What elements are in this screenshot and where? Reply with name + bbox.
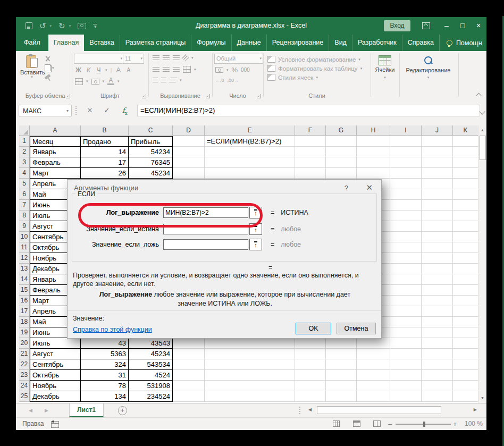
vertical-scrollbar[interactable]: ▲ ▼ bbox=[478, 125, 486, 403]
scroll-down-icon[interactable]: ▼ bbox=[478, 394, 486, 402]
cell-H20[interactable] bbox=[357, 338, 390, 349]
cell-J18[interactable] bbox=[422, 317, 453, 327]
underline-button[interactable]: Ч bbox=[95, 66, 102, 74]
cell-J13[interactable] bbox=[422, 264, 453, 274]
row-header-13[interactable]: 13 bbox=[19, 264, 30, 274]
cell-J3[interactable] bbox=[422, 157, 453, 168]
assistant-tab[interactable]: Помощн bbox=[440, 35, 486, 51]
col-header-B[interactable]: B bbox=[81, 125, 129, 136]
cell-H1[interactable] bbox=[357, 136, 390, 147]
number-dialog-launcher-icon[interactable] bbox=[257, 94, 261, 98]
number-format-combo[interactable]: Общий▾ bbox=[214, 54, 263, 64]
expand-formula-bar-icon[interactable] bbox=[479, 108, 485, 114]
cell-K16[interactable] bbox=[453, 296, 478, 306]
cancel-formula-button[interactable]: ✕ bbox=[84, 105, 96, 116]
cell-A4[interactable]: Март bbox=[30, 168, 81, 179]
col-header-E[interactable]: E bbox=[205, 125, 295, 136]
cell-I11[interactable] bbox=[390, 242, 422, 253]
borders-icon[interactable] bbox=[75, 78, 83, 85]
row-header-5[interactable]: 5 bbox=[19, 179, 30, 189]
cell-F23[interactable] bbox=[295, 370, 326, 381]
zoom-out-button[interactable]: – bbox=[388, 418, 392, 430]
cell-I5[interactable] bbox=[390, 179, 422, 189]
cell-A21[interactable]: Август bbox=[30, 349, 81, 359]
cell-K4[interactable] bbox=[453, 168, 478, 179]
cell-J21[interactable] bbox=[422, 349, 453, 359]
vertical-scrollbar-thumb[interactable] bbox=[480, 136, 486, 160]
cell-F2[interactable] bbox=[295, 147, 326, 157]
cell-B25[interactable]: 134 bbox=[81, 391, 129, 402]
percent-style-button[interactable]: % bbox=[232, 66, 238, 74]
name-box[interactable]: МАКС▾ bbox=[19, 105, 72, 116]
cell-B22[interactable]: 324 bbox=[81, 359, 129, 370]
cell-I17[interactable] bbox=[390, 306, 422, 317]
cell-J15[interactable] bbox=[422, 285, 453, 296]
scroll-left-icon[interactable]: ◀ bbox=[308, 405, 312, 415]
function-help-link[interactable]: Справка по этой функции bbox=[73, 326, 152, 333]
cell-E22[interactable] bbox=[205, 359, 295, 370]
cell-B24[interactable]: 78 bbox=[81, 381, 129, 391]
cell-K24[interactable] bbox=[453, 381, 478, 391]
cell-E3[interactable] bbox=[205, 157, 295, 168]
zoom-level[interactable]: 100 % bbox=[465, 418, 483, 430]
row-header-12[interactable]: 12 bbox=[19, 253, 30, 264]
enter-formula-button[interactable]: ✓ bbox=[101, 105, 113, 116]
ribbon-display-options-icon[interactable] bbox=[422, 22, 430, 29]
cell-I15[interactable] bbox=[390, 285, 422, 296]
collapse-ribbon-icon[interactable] bbox=[477, 92, 481, 96]
cell-K20[interactable] bbox=[453, 338, 478, 349]
cell-K18[interactable] bbox=[453, 317, 478, 327]
cell-J12[interactable] bbox=[422, 253, 453, 264]
cell-C2[interactable]: 54234 bbox=[129, 147, 173, 157]
styles-item-1[interactable]: Условное форматирование▾ bbox=[267, 55, 362, 64]
arg-input-if-false[interactable] bbox=[163, 239, 248, 250]
row-header-2[interactable]: 2 bbox=[19, 147, 30, 157]
cell-D23[interactable] bbox=[173, 370, 205, 381]
cell-C4[interactable]: 45234 bbox=[129, 168, 173, 179]
row-header-3[interactable]: 3 bbox=[19, 157, 30, 168]
col-header-F[interactable]: F bbox=[295, 125, 326, 136]
cut-button[interactable] bbox=[45, 54, 66, 63]
align-right-icon[interactable] bbox=[173, 67, 180, 72]
cell-J5[interactable] bbox=[422, 179, 453, 189]
font-name-combo[interactable]: ▾ bbox=[74, 54, 124, 64]
ribbon-tab-6[interactable]: Данные bbox=[232, 35, 267, 51]
cell-K21[interactable] bbox=[453, 349, 478, 359]
cell-K12[interactable] bbox=[453, 253, 478, 264]
cell-F22[interactable] bbox=[295, 359, 326, 370]
close-button[interactable]: × bbox=[471, 17, 486, 35]
cell-A3[interactable]: Февраль bbox=[30, 157, 81, 168]
cell-I25[interactable] bbox=[390, 391, 422, 402]
align-bottom-icon[interactable] bbox=[173, 55, 180, 60]
zoom-in-button[interactable]: + bbox=[453, 418, 457, 430]
cell-J25[interactable] bbox=[422, 391, 453, 402]
cells-button[interactable]: Ячейки ▾ bbox=[372, 55, 398, 79]
cell-F20[interactable] bbox=[295, 338, 326, 349]
alignment-dialog-launcher-icon[interactable] bbox=[206, 94, 210, 98]
cell-C22[interactable]: 543534 bbox=[129, 359, 173, 370]
cell-I7[interactable] bbox=[390, 200, 422, 211]
row-header-21[interactable]: 21 bbox=[19, 349, 30, 359]
add-sheet-button[interactable]: + bbox=[118, 406, 127, 415]
cell-K8[interactable] bbox=[453, 211, 478, 221]
row-header-14[interactable]: 14 bbox=[19, 274, 30, 285]
cell-E24[interactable] bbox=[205, 381, 295, 391]
decrease-indent-icon[interactable] bbox=[153, 78, 158, 82]
zoom-slider-thumb[interactable] bbox=[423, 422, 425, 427]
align-center-icon[interactable] bbox=[163, 67, 170, 72]
cell-F25[interactable] bbox=[295, 391, 326, 402]
accounting-format-icon[interactable] bbox=[215, 67, 223, 73]
merge-center-icon[interactable] bbox=[183, 66, 191, 73]
cell-J19[interactable] bbox=[422, 327, 453, 338]
cell-F4[interactable] bbox=[295, 168, 326, 179]
copy-button[interactable]: ▾ bbox=[45, 63, 66, 72]
cell-I18[interactable] bbox=[390, 317, 422, 327]
horizontal-scrollbar[interactable]: ◀ ▶ bbox=[307, 405, 478, 415]
cell-H24[interactable] bbox=[357, 381, 390, 391]
cell-I23[interactable] bbox=[390, 370, 422, 381]
cell-K7[interactable] bbox=[453, 200, 478, 211]
cell-J20[interactable] bbox=[422, 338, 453, 349]
cell-J10[interactable] bbox=[422, 232, 453, 242]
horizontal-scrollbar-thumb[interactable] bbox=[317, 406, 441, 414]
cell-D20[interactable] bbox=[173, 338, 205, 349]
